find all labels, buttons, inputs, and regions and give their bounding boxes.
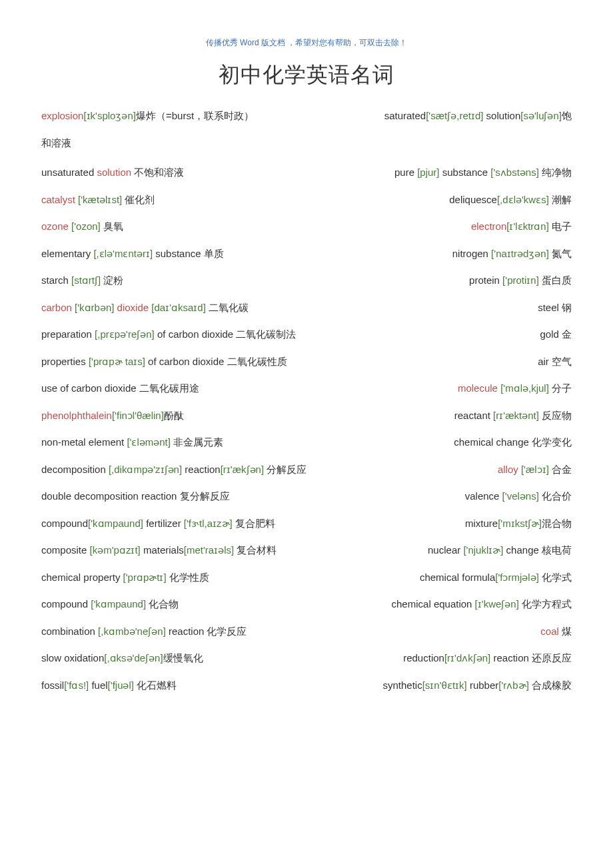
text-segment: ['ozon] <box>71 220 101 232</box>
text-segment: reaction <box>182 464 221 475</box>
text-segment: ['kɑrbən] <box>75 302 114 313</box>
text-segment: [met'raɪəls] <box>184 544 234 556</box>
text-segment: decomposition <box>41 464 109 475</box>
vocab-row: double decomposition reaction 复分解反应valen… <box>41 489 572 504</box>
right-term: air 空气 <box>538 354 572 370</box>
vocab-row: explosion[ɪk'sploʒən]爆炸（=burst，联系时政）satu… <box>41 109 572 124</box>
text-segment: nuclear <box>428 544 463 556</box>
left-term: compound ['kɑmpaund] 化合物 <box>41 597 179 612</box>
left-term: carbon ['kɑrbən] dioxide [daɪ'ɑksaɪd] 二氧… <box>41 300 249 316</box>
text-segment: 反应物 <box>539 410 572 421</box>
text-segment: preparation <box>41 328 95 340</box>
text-segment: properties <box>41 356 89 367</box>
text-segment: starch <box>41 274 71 286</box>
vocab-list: explosion[ɪk'sploʒən]爆炸（=burst，联系时政）satu… <box>41 109 572 693</box>
text-segment: substance <box>440 167 491 178</box>
text-segment: ['prɑpɚtɪ] <box>123 572 167 583</box>
right-term: chemical formula['fɔrmjələ] 化学式 <box>420 570 572 586</box>
text-segment: chemical formula <box>420 572 495 583</box>
header-note: 传播优秀 Word 版文档 ，希望对您有帮助，可双击去除！ <box>41 37 572 49</box>
text-segment: [sə'luʃən] <box>520 110 562 121</box>
text-segment: mixture <box>465 518 498 529</box>
text-segment: ['fɝtl,aɪzɚ] <box>184 518 233 529</box>
text-segment: ['sætʃə,retɪd] <box>426 110 483 121</box>
text-segment: explosion <box>41 110 83 121</box>
text-segment: double decomposition reaction 复分解反应 <box>41 490 230 502</box>
text-segment: 电子 <box>549 220 572 232</box>
text-segment: [rɪ'ækʃən] <box>221 464 264 475</box>
text-segment: 化学性质 <box>167 572 209 583</box>
right-term: chemical equation [ɪ'kweʃən] 化学方程式 <box>392 597 572 612</box>
text-segment: of carbon dioxide 二氧化碳性质 <box>145 356 287 367</box>
text-segment: deliquesce <box>449 194 497 205</box>
text-segment: ['ɛləmənt] <box>127 436 171 448</box>
text-segment: ['kɑmpaund] <box>88 518 143 529</box>
text-segment: compound <box>41 518 88 529</box>
left-term: ozone ['ozon] 臭氧 <box>41 219 123 234</box>
text-segment: compound <box>41 598 91 610</box>
vocab-row: use of carbon dioxide 二氧化碳用途molecule ['m… <box>41 381 572 396</box>
text-segment: solution <box>483 110 520 121</box>
vocab-row: slow oxidation[,ɑksə'deʃən]缓慢氧化reduction… <box>41 651 572 666</box>
right-term: saturated['sætʃə,retɪd] solution[sə'luʃə… <box>384 109 572 124</box>
text-segment: 和溶液 <box>41 137 71 149</box>
text-segment: 不饱和溶液 <box>131 167 184 178</box>
text-segment: ['protiɪn] <box>502 274 539 286</box>
text-segment: substance 单质 <box>153 248 224 259</box>
text-segment: unsaturated <box>41 167 97 178</box>
text-segment: chemical change 化学变化 <box>454 436 572 448</box>
text-segment: 非金属元素 <box>171 436 223 448</box>
text-segment: reactant <box>454 410 493 421</box>
text-segment: ozone <box>41 220 71 232</box>
text-segment: alloy <box>498 464 521 475</box>
text-segment: 混合物 <box>542 518 572 529</box>
text-segment: [ɪ'lɛktrɑn] <box>506 220 549 232</box>
text-segment: ['kætəlɪst] <box>78 194 122 205</box>
left-term: catalyst ['kætəlɪst] 催化剂 <box>41 193 155 208</box>
text-segment: molecule <box>458 382 500 394</box>
text-segment: ['rʌbɚ] <box>498 679 529 691</box>
right-term: reduction[rɪ'dʌkʃən] reaction 还原反应 <box>403 651 572 666</box>
left-term: non-metal element ['ɛləmənt] 非金属元素 <box>41 435 223 450</box>
vocab-row: ozone ['ozon] 臭氧electron[ɪ'lɛktrɑn] 电子 <box>41 219 572 234</box>
text-segment: [,dikɑmpə'zɪʃən] <box>109 464 182 475</box>
text-segment: ['fjuəl] <box>108 679 134 691</box>
text-segment: of carbon dioxide 二氧化碳制法 <box>155 328 297 340</box>
text-segment: elementary <box>41 248 93 259</box>
text-segment: ['mɪkstʃɚ] <box>498 518 542 529</box>
text-segment: [,prɛpə'reʃən] <box>95 328 155 340</box>
right-term: valence ['veləns] 化合价 <box>465 489 572 504</box>
left-term: compound['kɑmpaund] fertilizer ['fɝtl,aɪ… <box>41 516 275 532</box>
right-term: molecule ['mɑlə,kjul] 分子 <box>458 381 572 396</box>
text-segment: fossil <box>41 679 64 691</box>
text-segment: ['fɑs!] <box>64 679 89 691</box>
right-term: deliquesce[,dɛlə'kwɛs] 潮解 <box>449 193 572 208</box>
text-segment: valence <box>465 490 502 502</box>
right-term: electron[ɪ'lɛktrɑn] 电子 <box>471 219 572 234</box>
text-segment: 纯净物 <box>539 167 572 178</box>
text-segment: air 空气 <box>538 356 572 367</box>
text-segment: chemical equation <box>392 598 475 610</box>
vocab-row: carbon ['kɑrbən] dioxide [daɪ'ɑksaɪd] 二氧… <box>41 300 572 316</box>
text-segment: coal <box>540 626 562 637</box>
text-segment: fertilizer <box>143 518 184 529</box>
text-segment: ['veləns] <box>502 490 539 502</box>
left-term: fossil['fɑs!] fuel['fjuəl] 化石燃料 <box>41 678 177 693</box>
text-segment: carbon <box>41 302 75 313</box>
text-segment: synthetic <box>382 679 422 691</box>
right-term: gold 金 <box>540 327 572 342</box>
text-segment: ['njuklɪɚ] <box>463 544 503 556</box>
vocab-row: starch [stɑrtʃ] 淀粉protein ['protiɪn] 蛋白质 <box>41 273 572 288</box>
right-term: steel 钢 <box>538 300 572 316</box>
left-term: properties ['prɑpɚ taɪs] of carbon dioxi… <box>41 354 287 370</box>
text-segment: reaction 化学反应 <box>166 626 247 637</box>
text-segment: combination <box>41 626 98 637</box>
vocab-row: compound['kɑmpaund] fertilizer ['fɝtl,aɪ… <box>41 516 572 532</box>
text-segment: 二氧化碳 <box>206 302 249 313</box>
left-term: double decomposition reaction 复分解反应 <box>41 489 230 504</box>
vocab-row: chemical property ['prɑpɚtɪ] 化学性质chemica… <box>41 570 572 586</box>
vocab-row: combination [,kɑmbə'neʃən] reaction 化学反应… <box>41 624 572 640</box>
left-term: phenolphthalein['finɔl'θælin]酚酞 <box>41 408 184 424</box>
text-segment: 蛋白质 <box>539 274 572 286</box>
text-segment: ['finɔl'θælin] <box>112 410 164 421</box>
